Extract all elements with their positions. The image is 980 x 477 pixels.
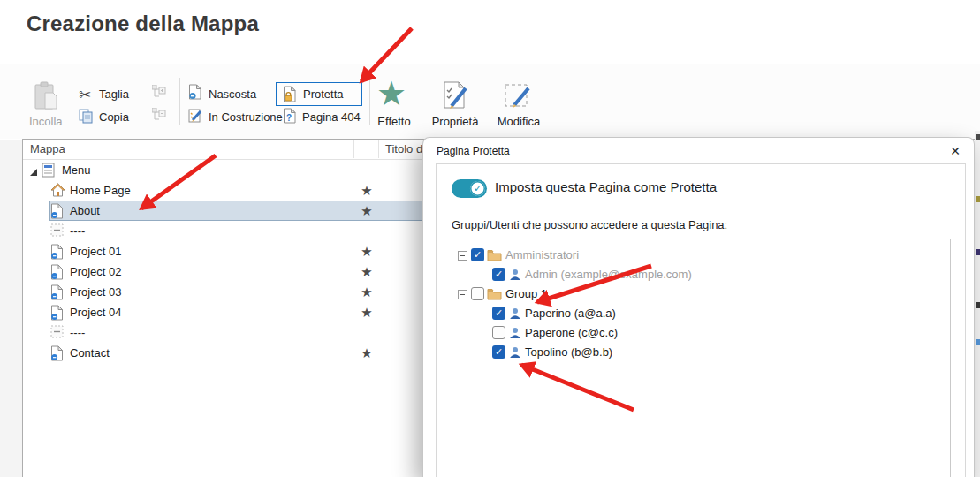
map-item-label: Contact bbox=[70, 346, 110, 360]
star-icon[interactable]: ★ bbox=[360, 305, 374, 321]
groups-users-label: Gruppi/Utenti che possono accedere a que… bbox=[452, 218, 727, 231]
protected-page-button[interactable]: Protetta bbox=[276, 82, 362, 106]
acl-tree-item[interactable]: ✓Amministratori bbox=[452, 246, 947, 265]
map-item-label: Project 04 bbox=[70, 306, 122, 319]
user-icon bbox=[509, 346, 521, 361]
acl-tree-item[interactable]: Paperone (c@c.c) bbox=[452, 323, 947, 343]
star-icon[interactable]: ★ bbox=[360, 345, 374, 361]
map-item-label: Project 03 bbox=[70, 285, 122, 299]
dialog-body: ✓ Imposta questa Pagina come Protetta Gr… bbox=[436, 163, 966, 477]
star-icon[interactable]: ★ bbox=[360, 264, 374, 280]
collapse-minus-icon[interactable] bbox=[458, 250, 467, 263]
edit-icon bbox=[502, 81, 534, 115]
acl-checkbox[interactable]: ✓ bbox=[492, 307, 505, 320]
acl-tree-item[interactable]: Group 1 bbox=[452, 284, 947, 304]
user-icon bbox=[509, 269, 521, 284]
toolbar-ribbon: Incolla ✂ Taglia Copia bbox=[0, 64, 980, 139]
map-item-label: Home Page bbox=[70, 184, 131, 197]
properties-icon bbox=[440, 80, 470, 115]
toolbar-separator bbox=[141, 78, 141, 125]
page-protected-icon bbox=[50, 284, 64, 303]
star-icon[interactable]: ★ bbox=[360, 244, 374, 260]
protected-label: Protetta bbox=[303, 87, 344, 101]
acl-item-label: Paperone (c@c.c) bbox=[525, 326, 618, 339]
home-icon bbox=[50, 183, 65, 200]
page-protected-icon bbox=[50, 305, 64, 323]
page-protected-icon bbox=[50, 203, 64, 222]
map-item-label: ---- bbox=[70, 326, 85, 339]
user-icon bbox=[509, 307, 521, 322]
acl-item-label: Group 1 bbox=[505, 287, 547, 300]
acl-item-label: Admin (example@example.com) bbox=[525, 268, 692, 281]
cut-label: Taglia bbox=[99, 87, 129, 101]
close-icon[interactable]: ✕ bbox=[946, 142, 964, 160]
acl-tree-item[interactable]: ✓Topolino (b@b.b) bbox=[452, 343, 947, 362]
column-divider[interactable] bbox=[378, 140, 379, 158]
dialog-title: Pagina Protetta bbox=[437, 145, 510, 157]
acl-checkbox[interactable] bbox=[471, 287, 484, 300]
occluded-icon-sliver bbox=[976, 196, 980, 202]
hidden-page-icon bbox=[188, 84, 202, 103]
map-item-label: About bbox=[70, 204, 100, 217]
acl-item-label: Paperino (a@a.a) bbox=[525, 307, 616, 320]
under-construction-icon bbox=[188, 108, 203, 126]
edit-label: Modifica bbox=[491, 115, 546, 128]
protected-page-icon bbox=[283, 86, 297, 106]
paste-label: Incolla bbox=[29, 115, 63, 128]
collapse-minus-icon[interactable] bbox=[458, 289, 467, 302]
clipboard-paste-icon bbox=[30, 80, 60, 116]
acl-item-label: Topolino (b@b.b) bbox=[525, 345, 612, 359]
star-icon[interactable]: ★ bbox=[360, 183, 374, 199]
effect-label: Effetto bbox=[368, 115, 421, 128]
star-icon[interactable]: ★ bbox=[360, 284, 374, 300]
toolbar-separator bbox=[179, 78, 180, 125]
occluded-icon-sliver bbox=[976, 302, 980, 308]
protected-page-dialog: Pagina Protetta ✕ ✓ Imposta questa Pagin… bbox=[422, 137, 975, 477]
occluded-icon-sliver bbox=[976, 249, 980, 255]
page-404-icon: ? bbox=[283, 108, 297, 127]
copy-icon bbox=[79, 109, 94, 127]
occluded-icon-sliver bbox=[976, 134, 980, 140]
under-construction-label: In Costruzione bbox=[209, 110, 283, 124]
user-icon bbox=[509, 327, 521, 342]
page-404-label: Pagina 404 bbox=[302, 110, 361, 124]
column-header-mappa[interactable]: Mappa bbox=[30, 142, 65, 155]
folder-icon bbox=[487, 288, 502, 303]
page-protected-icon bbox=[50, 345, 64, 364]
map-item-label: ---- bbox=[70, 224, 85, 238]
acl-checkbox[interactable]: ✓ bbox=[471, 248, 484, 261]
occluded-icon-sliver bbox=[976, 339, 980, 345]
acl-tree: ✓Amministratori✓Admin (example@example.c… bbox=[452, 238, 951, 477]
tree-promote-icon[interactable] bbox=[152, 85, 168, 103]
page-protected-icon bbox=[50, 244, 64, 262]
folder-icon bbox=[487, 249, 502, 264]
toolbar-separator bbox=[72, 78, 72, 125]
svg-text:?: ? bbox=[286, 113, 292, 123]
acl-tree-item[interactable]: ✓Admin (example@example.com) bbox=[452, 265, 947, 284]
separator-icon bbox=[50, 325, 64, 341]
acl-item-label: Amministratori bbox=[505, 248, 579, 261]
star-icon[interactable]: ★ bbox=[360, 203, 374, 219]
column-divider[interactable] bbox=[353, 140, 354, 158]
left-gutter bbox=[0, 140, 22, 477]
expander-triangle-icon[interactable] bbox=[30, 166, 38, 179]
scissors-icon: ✂ bbox=[79, 86, 91, 104]
menu-page-icon bbox=[42, 163, 55, 180]
tree-demote-icon[interactable] bbox=[152, 108, 168, 126]
map-item-label: Project 02 bbox=[70, 265, 122, 278]
protected-toggle[interactable]: ✓ bbox=[452, 179, 487, 198]
acl-checkbox[interactable]: ✓ bbox=[492, 345, 505, 359]
map-item-label: Menu bbox=[62, 163, 91, 177]
toggle-label: Imposta questa Pagina come Protetta bbox=[495, 179, 717, 194]
copy-label: Copia bbox=[99, 110, 129, 124]
effect-star-icon: ★ bbox=[376, 77, 406, 110]
acl-checkbox[interactable] bbox=[492, 326, 505, 339]
separator-icon bbox=[50, 223, 64, 239]
toggle-check-icon: ✓ bbox=[470, 181, 485, 196]
acl-tree-item[interactable]: ✓Paperino (a@a.a) bbox=[452, 304, 947, 323]
page-protected-icon bbox=[50, 264, 64, 283]
properties-label: Proprietà bbox=[427, 115, 483, 128]
acl-checkbox[interactable]: ✓ bbox=[492, 268, 505, 281]
hidden-label: Nascosta bbox=[209, 87, 256, 101]
map-item-label: Project 01 bbox=[70, 245, 122, 258]
